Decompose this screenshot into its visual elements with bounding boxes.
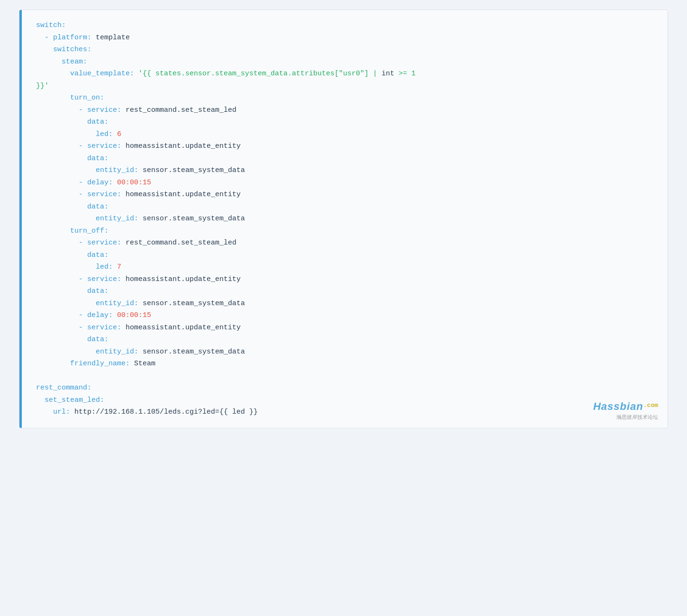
code-line: led: 7 (36, 261, 653, 273)
code-line: - service: homeassistant.update_entity (36, 273, 653, 286)
code-line: entity_id: sensor.steam_system_data (36, 346, 653, 358)
code-line: entity_id: sensor.steam_system_data (36, 213, 653, 225)
code-line: - service: rest_command.set_steam_led (36, 104, 653, 117)
code-line: turn_on: (36, 92, 653, 104)
code-container: switch:- platform: templateswitches:stea… (19, 9, 668, 428)
code-line: }}' (36, 80, 653, 92)
code-line: data: (36, 153, 653, 165)
code-block: switch:- platform: templateswitches:stea… (19, 10, 668, 428)
code-line: data: (36, 249, 653, 262)
code-line: - platform: template (36, 32, 653, 44)
code-line: - service: rest_command.set_steam_led (36, 237, 653, 249)
code-line: url: http://192.168.1.105/leds.cgi?led={… (36, 406, 653, 418)
code-line: - service: homeassistant.update_entity (36, 322, 653, 334)
watermark-main: Hassbian (593, 400, 643, 412)
code-line: - delay: 00:00:15 (36, 177, 653, 189)
code-line: friendly_name: Steam (36, 358, 653, 370)
code-line: entity_id: sensor.steam_system_data (36, 164, 653, 177)
code-line: led: 6 (36, 128, 653, 141)
code-line: switches: (36, 44, 653, 56)
code-line: - delay: 00:00:15 (36, 309, 653, 322)
watermark-sub: 瀚思彼岸技术论坛 (593, 414, 658, 421)
code-line: turn_off: (36, 225, 653, 237)
watermark-text: Hassbian.com (593, 400, 658, 413)
code-line: value_template: '{{ states.sensor.steam_… (36, 68, 653, 80)
code-line: data: (36, 201, 653, 213)
code-line: - service: homeassistant.update_entity (36, 189, 653, 201)
watermark: Hassbian.com 瀚思彼岸技术论坛 (593, 400, 658, 421)
code-line: data: (36, 116, 653, 128)
code-line: data: (36, 285, 653, 298)
code-line: switch: (36, 19, 653, 32)
watermark-com: .com (643, 402, 658, 409)
code-line: entity_id: sensor.steam_system_data (36, 298, 653, 310)
code-line: rest_command: (36, 382, 653, 394)
code-content: switch:- platform: templateswitches:stea… (29, 19, 653, 418)
code-line: set_steam_led: (36, 394, 653, 407)
code-line (36, 370, 653, 382)
code-line: data: (36, 334, 653, 346)
code-line: - service: homeassistant.update_entity (36, 140, 653, 153)
code-line: steam: (36, 56, 653, 68)
